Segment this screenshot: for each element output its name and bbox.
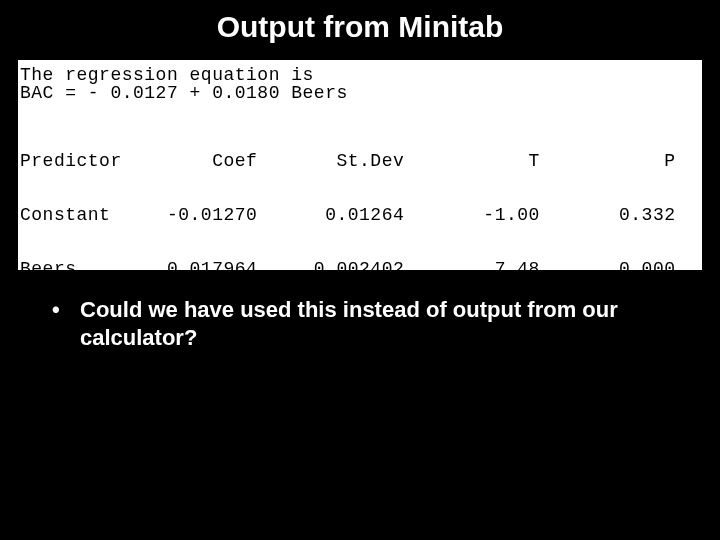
minitab-output-box: The regression equation is BAC = - 0.012…	[18, 60, 702, 270]
slide-title: Output from Minitab	[0, 0, 720, 44]
bullet-list: • Could we have used this instead of out…	[52, 296, 680, 351]
predictor-table: Predictor Coef St.Dev T P Constant -0.01…	[20, 102, 702, 314]
predictor-header-row: Predictor Coef St.Dev T P	[20, 152, 702, 170]
predictor-row-beers: Beers 0.017964 0.002402 7.48 0.000	[20, 260, 702, 278]
bullet-dot-icon: •	[52, 296, 80, 324]
bullet-item-1: • Could we have used this instead of out…	[52, 296, 680, 351]
regression-equation-line: BAC = - 0.0127 + 0.0180 Beers	[20, 84, 702, 102]
slide: Output from Minitab The regression equat…	[0, 0, 720, 540]
predictor-row-constant: Constant -0.01270 0.01264 -1.00 0.332	[20, 206, 702, 224]
bullet-text-1: Could we have used this instead of outpu…	[80, 296, 680, 351]
regression-intro-line-1: The regression equation is	[20, 66, 702, 84]
